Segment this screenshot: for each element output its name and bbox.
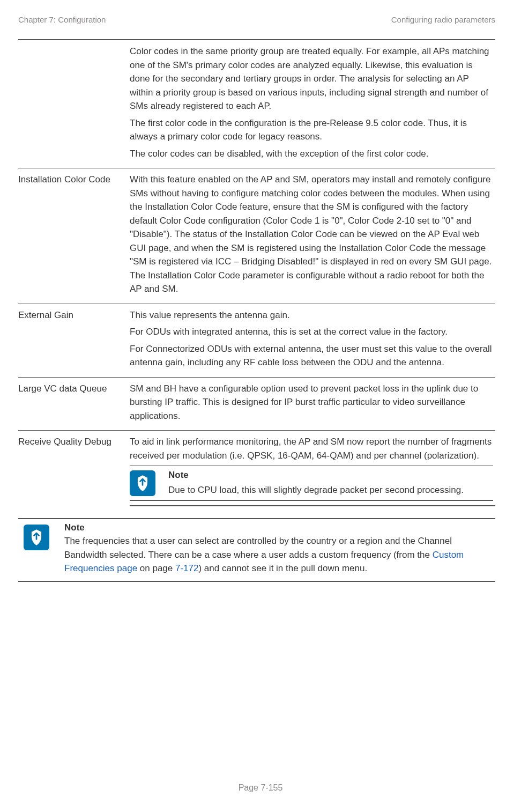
link-page-ref[interactable]: 7-172 xyxy=(175,563,198,573)
attr-desc: This value represents the antenna gain. … xyxy=(130,304,495,377)
attr-label: Receive Quality Debug xyxy=(18,431,130,506)
paragraph: To aid in link performance monitoring, t… xyxy=(130,435,493,462)
note-icon-cell xyxy=(130,468,168,497)
paragraph: SM and BH have a configurable option use… xyxy=(130,382,493,423)
page-footer: Page 7-155 xyxy=(0,783,521,793)
attr-label: Installation Color Code xyxy=(18,168,130,304)
table-row: Large VC data Queue SM and BH have a con… xyxy=(18,377,495,431)
attr-label: Large VC data Queue xyxy=(18,377,130,431)
note-icon-cell xyxy=(18,522,64,575)
note-text: The frequencies that a user can select a… xyxy=(64,534,495,575)
table-row: Installation Color Code With this featur… xyxy=(18,168,495,304)
note-body: Note The frequencies that a user can sel… xyxy=(64,522,495,575)
header-chapter: Chapter 7: Configuration xyxy=(18,15,106,24)
attr-desc: To aid in link performance monitoring, t… xyxy=(130,431,495,506)
attr-desc: Color codes in the same priority group a… xyxy=(130,40,495,168)
paragraph: The color codes can be disabled, with th… xyxy=(130,147,493,161)
paragraph: For Connectorized ODUs with external ant… xyxy=(130,342,493,370)
note-icon xyxy=(24,525,49,550)
note-text: Due to CPU load, this will slightly degr… xyxy=(168,483,493,497)
attr-desc: SM and BH have a configurable option use… xyxy=(130,377,495,431)
paragraph: The first color code in the configuratio… xyxy=(130,116,493,144)
note-text-pre: The frequencies that a user can select a… xyxy=(64,536,452,560)
note-body: Note Due to CPU load, this will slightly… xyxy=(168,468,493,497)
paragraph: For ODUs with integrated antenna, this i… xyxy=(130,325,493,339)
paragraph: This value represents the antenna gain. xyxy=(130,308,493,322)
note-text-mid: on page xyxy=(137,563,175,573)
paragraph: Color codes in the same priority group a… xyxy=(130,45,493,113)
attribute-table: Color codes in the same priority group a… xyxy=(18,39,495,506)
page: Chapter 7: Configuration Configuring rad… xyxy=(0,0,521,812)
table-row: Receive Quality Debug To aid in link per… xyxy=(18,431,495,506)
inline-note: Note Due to CPU load, this will slightly… xyxy=(130,466,493,501)
note-title: Note xyxy=(64,522,495,533)
header-section: Configuring radio parameters xyxy=(391,15,495,24)
note-text-post: ) and cannot see it in the pull down men… xyxy=(198,563,367,573)
note-title: Note xyxy=(168,468,493,482)
attr-desc: With this feature enabled on the AP and … xyxy=(130,168,495,304)
note-icon xyxy=(130,470,155,496)
paragraph: With this feature enabled on the AP and … xyxy=(130,173,493,296)
table-row: External Gain This value represents the … xyxy=(18,304,495,377)
attr-label xyxy=(18,40,130,168)
standalone-note: Note The frequencies that a user can sel… xyxy=(18,518,495,582)
page-header: Chapter 7: Configuration Configuring rad… xyxy=(18,15,495,24)
table-row: Color codes in the same priority group a… xyxy=(18,40,495,168)
attr-label: External Gain xyxy=(18,304,130,377)
